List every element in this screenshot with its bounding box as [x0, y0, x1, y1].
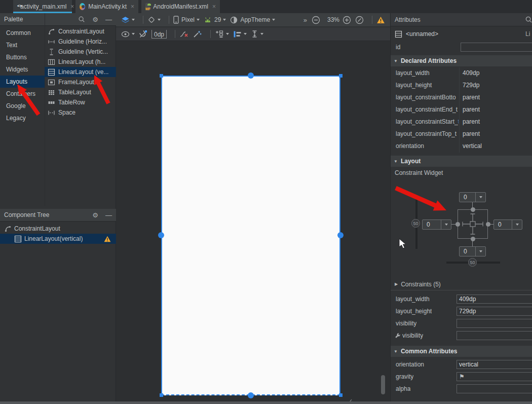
- horizontal-bias-handle[interactable]: 50: [468, 258, 477, 267]
- device-screen-linearlayout[interactable]: [161, 76, 340, 395]
- view-options-button[interactable]: [121, 31, 135, 38]
- zoom-to-fit-button[interactable]: [355, 16, 364, 24]
- zoom-out-button[interactable]: [312, 16, 320, 24]
- search-icon[interactable]: [78, 16, 85, 23]
- align-button[interactable]: [233, 30, 247, 38]
- warnings-button[interactable]: [376, 16, 385, 24]
- gear-icon[interactable]: ⚙: [92, 16, 98, 23]
- api-level-selector[interactable]: 29: [204, 16, 226, 23]
- gravity-input[interactable]: ⚑: [457, 372, 532, 381]
- attr-row-constraint-bottom[interactable]: layout_constraintBottoparent: [391, 92, 532, 104]
- palette-item-tablelayout[interactable]: TableLayout: [45, 87, 116, 97]
- palette-item-guideline-horizontal[interactable]: Guideline (Horiz...: [45, 36, 116, 47]
- visibility-input[interactable]: [457, 319, 532, 328]
- tree-node-constraintlayout[interactable]: ConstraintLayout: [0, 224, 116, 234]
- palette-category-text[interactable]: Text: [0, 39, 45, 51]
- layout-width-input[interactable]: 409dp: [457, 295, 532, 304]
- section-constraints[interactable]: ▶ Constraints (5): [391, 278, 532, 290]
- chevron-expanded-icon: ▼: [394, 159, 398, 164]
- constraint-widget-title: Constraint Widget: [395, 169, 443, 176]
- section-layout[interactable]: ▼ Layout: [391, 156, 532, 167]
- tablerow-icon: [48, 99, 56, 106]
- flag-icon[interactable]: ⚑: [459, 373, 465, 380]
- palette-category-widgets[interactable]: Widgets: [0, 63, 45, 76]
- palette-item-guideline-vertical[interactable]: Guideline (Vertic...: [45, 47, 116, 57]
- attr-row-layout-width[interactable]: layout_width409dp: [391, 67, 532, 80]
- zoom-in-button[interactable]: [343, 16, 351, 24]
- widget-anchor-right[interactable]: [486, 222, 490, 227]
- palette-category-layouts[interactable]: Layouts: [0, 76, 45, 88]
- palette-item-label: TableLayout: [58, 89, 91, 96]
- close-icon[interactable]: ×: [212, 3, 216, 10]
- size-row-layout-height: layout_height 729dp: [391, 306, 532, 318]
- margin-bottom-dropdown[interactable]: 0: [459, 246, 486, 256]
- orientation-button[interactable]: [147, 16, 161, 24]
- attr-row-layout-height[interactable]: layout_height729dp: [391, 80, 532, 92]
- design-surface-mode-button[interactable]: [121, 16, 135, 24]
- layout-height-input[interactable]: 729dp: [457, 307, 532, 316]
- device-selector[interactable]: Pixel: [173, 16, 200, 24]
- palette-item-linearlayout-vertical[interactable]: LinearLayout (ve...: [45, 67, 116, 77]
- autoconnect-toggle[interactable]: [139, 30, 147, 39]
- tools-visibility-input[interactable]: [457, 331, 532, 340]
- section-declared-attributes[interactable]: ▼ Declared Attributes: [391, 55, 532, 66]
- attr-row-orientation[interactable]: orientationvertical: [391, 140, 532, 153]
- palette-item-constraintlayout[interactable]: ConstraintLayout: [45, 26, 116, 36]
- selection-corner-top-left[interactable]: [160, 74, 163, 78]
- orientation-input[interactable]: vertical: [457, 360, 532, 369]
- palette-category-google[interactable]: Google: [0, 100, 45, 112]
- component-name: <unnamed>: [406, 30, 438, 38]
- palette-item-tablerow[interactable]: TableRow: [45, 97, 116, 107]
- palette-category-legacy[interactable]: Legacy: [0, 112, 45, 124]
- attr-row-constraint-top[interactable]: layout_constraintTop_tparent: [391, 128, 532, 140]
- id-row: id: [391, 42, 532, 54]
- expand-distribute-button[interactable]: [251, 30, 263, 38]
- palette-item-framelayout[interactable]: FrameLayout: [45, 77, 116, 87]
- design-canvas[interactable]: [116, 42, 390, 401]
- tab-mainactivity-kt[interactable]: MainActivity.kt ×: [75, 0, 138, 13]
- minimize-icon[interactable]: —: [105, 16, 112, 23]
- canvas-vertical-scrollbar[interactable]: [381, 375, 385, 394]
- tab-androidmanifest-xml[interactable]: AndroidManifest.xml ×: [141, 0, 220, 13]
- constraint-anchor-right[interactable]: [337, 232, 344, 238]
- infer-constraints-button[interactable]: [193, 30, 202, 38]
- tab-activity-main-xml[interactable]: activity_main.xml ×: [13, 0, 72, 13]
- palette-category-buttons[interactable]: Buttons: [0, 51, 45, 63]
- close-icon[interactable]: ×: [70, 3, 74, 10]
- search-icon[interactable]: [525, 16, 532, 23]
- section-title: Declared Attributes: [401, 57, 457, 64]
- minimize-icon[interactable]: —: [105, 211, 112, 219]
- default-margins-button[interactable]: 0dp: [151, 30, 167, 39]
- clear-constraints-button[interactable]: [179, 30, 189, 38]
- design-toolbar-main: Pixel 29 AppTheme » 33%: [116, 13, 390, 27]
- palette-item-linearlayout-horizontal[interactable]: LinearLayout (h...: [45, 57, 116, 67]
- alpha-input[interactable]: [457, 384, 532, 393]
- selection-corner-bottom-left[interactable]: [160, 393, 163, 397]
- vertical-bias-handle[interactable]: 50: [411, 219, 420, 228]
- widget-anchor-top[interactable]: [471, 207, 475, 212]
- palette-category-common[interactable]: Common: [0, 27, 45, 39]
- pack-button[interactable]: [215, 30, 229, 38]
- palette-item-space[interactable]: Space: [45, 107, 116, 118]
- constraint-anchor-bottom[interactable]: [248, 392, 254, 398]
- section-common-attributes[interactable]: ▼ Common Attributes: [391, 346, 532, 357]
- margin-top-dropdown[interactable]: 0: [459, 192, 486, 202]
- gear-icon[interactable]: ⚙: [92, 211, 98, 219]
- constraint-anchor-left[interactable]: [158, 232, 164, 238]
- widget-anchor-bottom[interactable]: [471, 237, 475, 241]
- margin-left-dropdown[interactable]: 0: [422, 219, 451, 230]
- theme-selector[interactable]: AppTheme: [230, 16, 275, 24]
- selection-corner-top-right[interactable]: [339, 74, 343, 78]
- selection-corner-bottom-right[interactable]: [339, 393, 343, 397]
- palette-category-containers[interactable]: Containers: [0, 88, 45, 100]
- close-icon[interactable]: ×: [131, 3, 134, 10]
- margin-right-dropdown[interactable]: 0: [493, 219, 522, 230]
- attr-row-constraint-end[interactable]: layout_constraintEnd_tparent: [391, 104, 532, 116]
- attr-row-constraint-start[interactable]: layout_constraintStart_tparent: [391, 116, 532, 128]
- id-input[interactable]: [461, 43, 532, 52]
- palette-item-label: Guideline (Horiz...: [58, 38, 107, 45]
- constraint-anchor-top[interactable]: [248, 72, 254, 79]
- tree-node-linearlayout-vertical[interactable]: LinearLayout(vertical): [0, 234, 116, 244]
- toolbar-overflow-button[interactable]: »: [303, 16, 308, 24]
- widget-anchor-left[interactable]: [455, 222, 460, 227]
